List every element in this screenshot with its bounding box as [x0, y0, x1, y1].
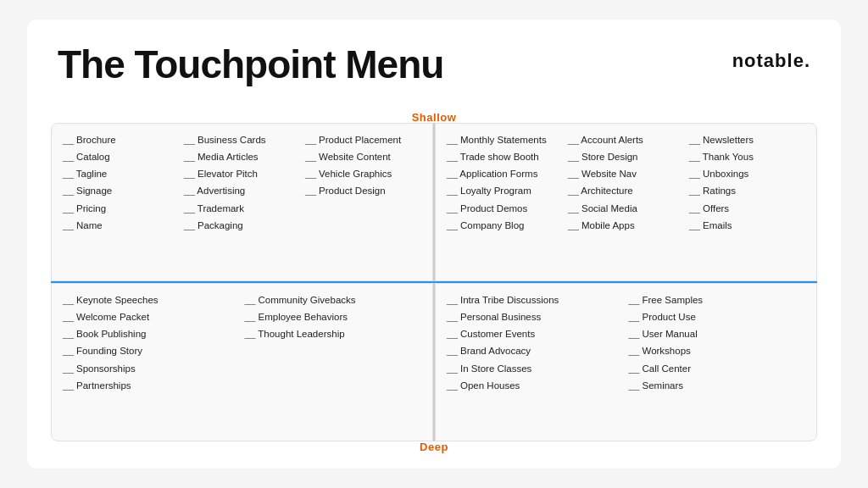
tr-col3: NewslettersThank YousUnboxingsRatingsOff… [689, 131, 810, 274]
list-item: Open Houses [447, 377, 629, 394]
list-item: Application Forms [447, 165, 568, 182]
list-item: Name [63, 217, 184, 234]
page: The Touchpoint Menu notable. Shallow Dee… [0, 0, 868, 488]
list-item: Emails [689, 217, 810, 234]
list-item: Tagline [63, 165, 184, 182]
list-item: Loyalty Program [447, 182, 568, 199]
list-item: User Manual [629, 325, 811, 342]
list-item: Seminars [629, 377, 811, 394]
list-item: Business Cards [184, 131, 305, 148]
list-item: Welcome Packet [63, 308, 245, 325]
list-item: Trademark [184, 200, 305, 217]
list-item: Trade show Booth [447, 148, 568, 165]
list-item: Website Content [305, 148, 426, 165]
tl-col3: Product PlacementWebsite ContentVehicle … [305, 131, 426, 274]
list-item: Packaging [184, 217, 305, 234]
list-item: Media Articles [184, 148, 305, 165]
list-item: Unboxings [689, 165, 810, 182]
tl-col2: Business CardsMedia ArticlesElevator Pit… [184, 131, 305, 274]
list-item: Free Samples [629, 291, 811, 308]
list-item: Website Nav [568, 165, 689, 182]
list-item: Product Design [305, 182, 426, 199]
list-item: Community Givebacks [245, 291, 427, 308]
bl-col2: Community GivebacksEmployee BehaviorsTho… [245, 291, 427, 435]
list-item: Founding Story [63, 342, 245, 359]
list-item: Pricing [63, 200, 184, 217]
list-item: Call Center [629, 360, 811, 377]
list-item: Personal Business [447, 308, 629, 325]
list-item: Customer Events [447, 325, 629, 342]
br-col1: Intra Tribe DiscussionsPersonal Business… [447, 291, 629, 435]
list-item: Thought Leadership [245, 325, 427, 342]
br-col2: Free SamplesProduct UseUser ManualWorksh… [629, 291, 811, 435]
list-item: Workshops [629, 342, 811, 359]
header-row: The Touchpoint Menu notable. [58, 43, 810, 86]
list-item: Store Design [568, 148, 689, 165]
list-item: Thank Yous [689, 148, 810, 165]
tr-content: Monthly StatementsTrade show BoothApplic… [435, 123, 817, 281]
list-item: Advertising [184, 182, 305, 199]
list-item: In Store Classes [447, 360, 629, 377]
card: The Touchpoint Menu notable. Shallow Dee… [27, 19, 841, 469]
bl-content: Keynote SpeechesWelcome PacketBook Publi… [51, 283, 433, 441]
list-item: Vehicle Graphics [305, 165, 426, 182]
deep-label: Deep [420, 441, 448, 453]
list-item: Signage [63, 182, 184, 199]
list-item: Sponsorships [63, 360, 245, 377]
list-item: Employee Behaviors [245, 308, 427, 325]
list-item: Architecture [568, 182, 689, 199]
list-item: Account Alerts [568, 131, 689, 148]
br-content: Intra Tribe DiscussionsPersonal Business… [435, 283, 817, 441]
brand-logo: notable. [732, 50, 810, 72]
list-item: Product Use [629, 308, 811, 325]
list-item: Intra Tribe Discussions [447, 291, 629, 308]
list-item: Monthly Statements [447, 131, 568, 148]
tr-col1: Monthly StatementsTrade show BoothApplic… [447, 131, 568, 274]
list-item: Company Blog [447, 217, 568, 234]
list-item: Social Media [568, 200, 689, 217]
list-item: Keynote Speeches [63, 291, 245, 308]
list-item: Partnerships [63, 377, 245, 394]
list-item: Newsletters [689, 131, 810, 148]
grid-area: BrochureCatalogTaglineSignagePricingName… [51, 123, 817, 441]
list-item: Offers [689, 200, 810, 217]
shallow-label: Shallow [412, 111, 457, 124]
list-item: Product Placement [305, 131, 426, 148]
tl-content: BrochureCatalogTaglineSignagePricingName… [51, 123, 433, 281]
horizontal-divider [51, 281, 817, 283]
list-item: Book Publishing [63, 325, 245, 342]
list-item: Product Demos [447, 200, 568, 217]
bl-col1: Keynote SpeechesWelcome PacketBook Publi… [63, 291, 245, 435]
list-item: Brand Advocacy [447, 342, 629, 359]
list-item: Ratings [689, 182, 810, 199]
list-item: Catalog [63, 148, 184, 165]
list-item: Elevator Pitch [184, 165, 305, 182]
list-item: Brochure [63, 131, 184, 148]
tr-col2: Account AlertsStore DesignWebsite NavArc… [568, 131, 689, 274]
tl-col1: BrochureCatalogTaglineSignagePricingName [63, 131, 184, 274]
list-item: Mobile Apps [568, 217, 689, 234]
main-title: The Touchpoint Menu [58, 43, 443, 86]
